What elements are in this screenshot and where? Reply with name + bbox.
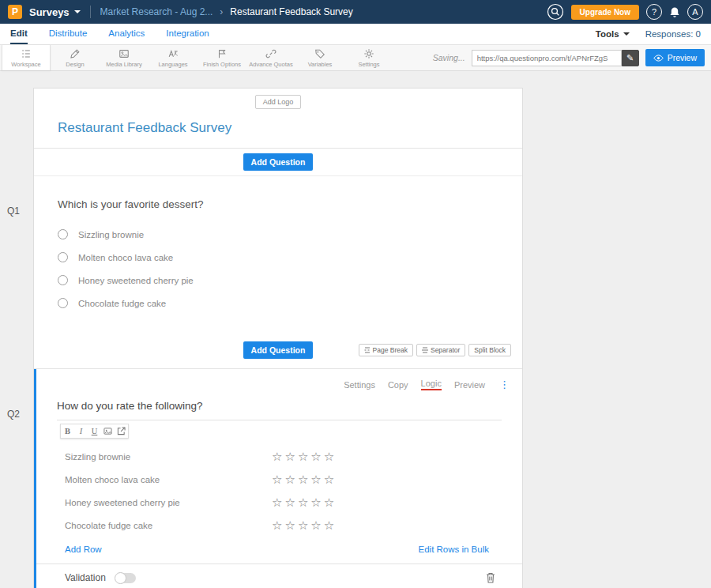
validation-toggle[interactable] <box>115 573 136 583</box>
add-question-strip: Add Question <box>34 149 522 176</box>
star-icon[interactable]: ☆ <box>272 473 282 485</box>
star-icon[interactable]: ☆ <box>284 496 295 508</box>
help-button[interactable]: ? <box>646 4 662 20</box>
star-icon[interactable]: ☆ <box>310 473 321 485</box>
toolbar-item-label: Finish Options <box>203 61 241 68</box>
separator-icon <box>422 347 428 353</box>
languages-icon <box>167 48 179 59</box>
toolbar-item-variables[interactable]: Variables <box>295 45 344 70</box>
survey-title[interactable]: Restaurant Feedback Survey <box>58 120 522 136</box>
star-icon[interactable]: ☆ <box>272 496 282 508</box>
star-icon[interactable]: ☆ <box>324 519 334 531</box>
option-label: Molten choco lava cake <box>78 253 173 262</box>
notifications-bell-icon[interactable] <box>669 6 680 18</box>
external-link-icon <box>117 427 126 435</box>
question-copy-button[interactable]: Copy <box>388 380 408 390</box>
star-icon[interactable]: ☆ <box>298 519 308 531</box>
star-icon[interactable]: ☆ <box>324 450 334 462</box>
toolbar-item-languages[interactable]: Languages <box>149 45 198 70</box>
tab-distribute[interactable]: Distribute <box>49 24 88 44</box>
question-logic-button[interactable]: Logic <box>421 379 442 390</box>
add-row-link[interactable]: Add Row <box>65 545 102 554</box>
matrix-row: Sizzling brownie ☆☆☆☆☆ <box>36 445 522 468</box>
star-icon[interactable]: ☆ <box>272 519 282 531</box>
star-icon[interactable]: ☆ <box>284 450 295 462</box>
add-logo-button[interactable]: Add Logo <box>255 95 302 109</box>
underline-button[interactable] <box>88 424 101 438</box>
radio-option[interactable]: Honey sweetened cherry pie <box>58 269 522 292</box>
question-1-block[interactable]: Which is your favorite dessert? Sizzling… <box>34 176 522 369</box>
search-icon[interactable] <box>547 3 564 21</box>
star-icon[interactable]: ☆ <box>284 473 295 485</box>
survey-header: Add Logo Restaurant Feedback Survey <box>34 89 522 149</box>
star-icon[interactable]: ☆ <box>284 519 295 531</box>
add-question-button[interactable]: Add Question <box>243 341 314 359</box>
question-preview-button[interactable]: Preview <box>454 380 485 390</box>
tools-menu[interactable]: Tools <box>596 29 630 39</box>
insert-image-button[interactable] <box>101 424 115 438</box>
italic-button[interactable] <box>74 424 88 438</box>
topbar-divider <box>90 6 91 18</box>
star-icon[interactable]: ☆ <box>272 450 282 462</box>
radio-option[interactable]: Molten choco lava cake <box>58 246 522 269</box>
topbar: P Surveys Market Research - Aug 2... › R… <box>0 0 711 24</box>
question-2-title-field[interactable]: How do you rate the following? <box>57 398 502 420</box>
matrix-row-label[interactable]: Chocolate fudge cake <box>65 521 272 530</box>
add-question-button[interactable]: Add Question <box>243 153 314 171</box>
toolbar-item-workspace[interactable]: Workspace <box>2 45 51 70</box>
responses-count[interactable]: Responses: 0 <box>645 29 701 39</box>
radio-button-icon[interactable] <box>58 275 68 285</box>
avatar[interactable]: A <box>687 4 703 20</box>
toolbar-item-finish-options[interactable]: Finish Options <box>198 45 246 70</box>
star-rating: ☆☆☆☆☆ <box>272 519 334 531</box>
split-block-button[interactable]: Split Block <box>468 344 511 356</box>
star-icon[interactable]: ☆ <box>324 473 334 485</box>
edit-rows-in-bulk-link[interactable]: Edit Rows in Bulk <box>419 545 489 554</box>
breadcrumb-folder[interactable]: Market Research - Aug 2... <box>100 6 213 17</box>
toolbar-item-label: Media Library <box>106 61 141 68</box>
radio-button-icon[interactable] <box>58 229 68 239</box>
star-icon[interactable]: ☆ <box>298 496 308 508</box>
radio-button-icon[interactable] <box>58 252 68 262</box>
nav-right: Tools Responses: 0 <box>596 24 701 44</box>
workspace-icon <box>21 48 32 59</box>
delete-question-button[interactable] <box>486 572 495 583</box>
bold-button[interactable] <box>61 424 74 438</box>
separator-button[interactable]: Separator <box>416 344 465 356</box>
question-2-block[interactable]: Settings Copy Logic Preview How do you r… <box>34 369 522 588</box>
tab-edit[interactable]: Edit <box>10 24 28 44</box>
matrix-row-label[interactable]: Molten choco lava cake <box>65 475 272 484</box>
upgrade-now-button[interactable]: Upgrade Now <box>571 5 639 20</box>
question-settings-button[interactable]: Settings <box>344 380 375 390</box>
star-icon[interactable]: ☆ <box>310 496 321 508</box>
toolbar-item-advance-quotas[interactable]: Advance Quotas <box>246 45 295 70</box>
matrix-row-label[interactable]: Honey sweetened cherry pie <box>65 498 272 507</box>
editor-toolbar: Workspace Design Media Library Languages… <box>0 45 711 71</box>
radio-option[interactable]: Chocolate fudge cake <box>58 292 522 315</box>
matrix-row-label[interactable]: Sizzling brownie <box>65 452 272 462</box>
page-break-label: Page Break <box>373 346 408 354</box>
toolbar-item-settings[interactable]: Settings <box>344 45 393 70</box>
star-icon[interactable]: ☆ <box>298 473 308 485</box>
tab-analytics[interactable]: Analytics <box>108 24 145 44</box>
star-icon[interactable]: ☆ <box>298 450 308 462</box>
star-icon[interactable]: ☆ <box>310 519 321 531</box>
toolbar-item-media-library[interactable]: Media Library <box>100 45 149 70</box>
question-1-text[interactable]: Which is your favorite dessert? <box>58 198 522 210</box>
toolbar-item-design[interactable]: Design <box>51 45 100 70</box>
questionpro-logo[interactable]: P <box>8 5 22 19</box>
star-icon[interactable]: ☆ <box>310 450 321 462</box>
insert-link-button[interactable] <box>115 424 128 438</box>
radio-option[interactable]: Sizzling brownie <box>58 223 522 246</box>
star-icon[interactable]: ☆ <box>324 496 334 508</box>
edit-url-pencil-icon[interactable] <box>622 50 639 66</box>
preview-button[interactable]: Preview <box>645 49 705 66</box>
matrix-row: Molten choco lava cake ☆☆☆☆☆ <box>36 468 522 491</box>
survey-url-input[interactable] <box>472 50 622 66</box>
question-2-text[interactable]: How do you rate the following? <box>57 400 203 412</box>
page-break-button[interactable]: Page Break <box>359 344 413 356</box>
more-options-icon[interactable] <box>499 379 510 390</box>
tab-integration[interactable]: Integration <box>166 24 209 44</box>
radio-button-icon[interactable] <box>58 298 68 308</box>
surveys-menu[interactable]: Surveys <box>29 6 81 18</box>
